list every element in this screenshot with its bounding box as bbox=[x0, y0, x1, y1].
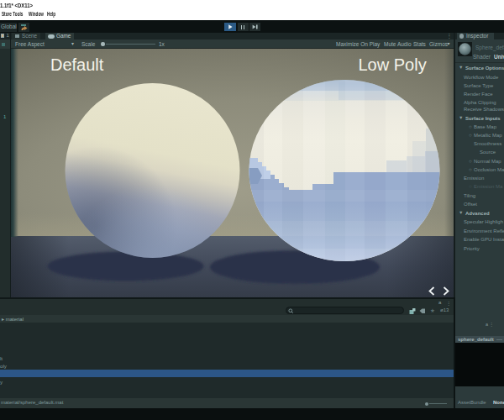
svg-text:Low Poly: Low Poly bbox=[359, 55, 427, 74]
svg-text:Default: Default bbox=[50, 55, 104, 74]
